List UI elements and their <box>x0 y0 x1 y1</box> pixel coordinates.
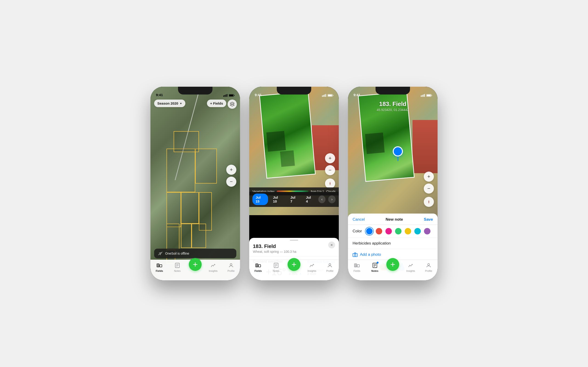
svg-rect-38 <box>258 265 261 267</box>
tab-bar-2: Fields Notes <box>249 260 339 280</box>
tab-add-3[interactable] <box>384 262 402 272</box>
svg-point-59 <box>354 254 356 256</box>
nav-compass-3[interactable] <box>424 197 434 207</box>
tab-insights-label-3: Insights <box>406 269 415 272</box>
zoom-out-button-3[interactable]: − <box>424 184 434 194</box>
date-chip-3[interactable]: Jul 4 <box>303 194 317 205</box>
color-dot-green[interactable] <box>395 228 401 234</box>
tab-add-2[interactable] <box>285 262 303 272</box>
time-1: 9:41 <box>156 93 163 97</box>
notes-icon-2 <box>273 262 279 269</box>
status-icons-1 <box>223 94 234 97</box>
color-dot-purple[interactable] <box>424 228 431 234</box>
tab-fields-2[interactable]: Fields <box>249 262 267 272</box>
zoom-out-button-2[interactable]: − <box>325 165 335 175</box>
svg-rect-10 <box>160 265 162 267</box>
tab-notes-2[interactable]: Notes <box>267 262 285 272</box>
plus-icon-2 <box>292 262 296 267</box>
scene: 9:41 <box>141 77 447 290</box>
field-title-overlay: 183. Field 45.923420, 01.234442 <box>348 100 438 112</box>
tab-profile-3[interactable]: Profile <box>420 262 438 272</box>
color-dot-blue[interactable] <box>366 228 372 234</box>
field-title-main: 183. Field <box>348 100 438 108</box>
add-fields-label: + Fields <box>210 101 223 105</box>
compass-icon-2 <box>328 181 332 186</box>
layers-button[interactable] <box>228 100 237 109</box>
tab-profile-label-3: Profile <box>425 269 432 272</box>
color-label: Color <box>353 229 362 234</box>
svg-rect-49 <box>421 95 422 97</box>
signal-icon-2 <box>322 94 326 97</box>
note-save-button[interactable]: Save <box>424 217 433 222</box>
phone-2: 9:41 <box>249 87 339 280</box>
tab-notes-1[interactable]: Notes <box>168 262 186 272</box>
zoom-in-icon-3: + <box>427 174 431 180</box>
date-chip-0[interactable]: Jul 15 <box>252 194 268 205</box>
zoom-out-button-1[interactable]: − <box>226 177 236 187</box>
svg-point-48 <box>329 264 331 265</box>
battery-icon-3 <box>426 94 432 97</box>
offline-banner: OneSoil is offline <box>154 249 236 258</box>
color-dot-red[interactable] <box>376 228 382 234</box>
notch-2 <box>277 87 311 94</box>
add-button-2[interactable] <box>288 258 300 271</box>
season-dropdown[interactable]: Season 2020 ▼ <box>154 100 185 107</box>
zoom-out-icon-3: − <box>427 186 431 192</box>
tab-notes-3[interactable]: Notes <box>366 262 384 272</box>
field-close-button-2[interactable]: ✕ <box>328 242 335 248</box>
add-photo-button[interactable]: Add a photo <box>360 252 381 257</box>
color-dot-cyan[interactable] <box>414 228 421 234</box>
tab-fields-label-1: Fields <box>156 269 163 272</box>
tab-fields-3[interactable]: Fields <box>348 262 366 272</box>
zoom-in-button-3[interactable]: + <box>424 172 434 182</box>
tab-insights-3[interactable]: Insights <box>402 262 420 272</box>
color-row: Color <box>348 225 438 238</box>
nav-compass-2[interactable] <box>325 178 335 189</box>
svg-rect-55 <box>427 95 431 96</box>
profile-icon-2 <box>327 262 333 269</box>
add-button-3[interactable] <box>386 258 399 271</box>
notch-1 <box>178 87 212 94</box>
zoom-out-icon-2: − <box>329 167 332 173</box>
date-prev-button[interactable]: ‹ <box>318 195 326 203</box>
tab-notes-label-3: Notes <box>372 269 379 272</box>
add-fields-button[interactable]: + Fields <box>207 100 226 107</box>
svg-marker-29 <box>330 182 330 185</box>
svg-rect-58 <box>353 253 357 257</box>
status-icons-2 <box>322 94 333 97</box>
zoom-in-button-2[interactable]: + <box>325 153 335 163</box>
note-text-area: Herbicides application <box>348 238 438 249</box>
svg-rect-5 <box>234 95 234 96</box>
tab-add-1[interactable] <box>186 262 204 272</box>
svg-rect-23 <box>324 94 325 97</box>
date-selector: Jul 15 Jul 10 Jul 7 Jul 4 ‹ › <box>249 192 339 207</box>
svg-rect-52 <box>424 94 425 97</box>
tab-profile-2[interactable]: Profile <box>321 262 339 272</box>
notes-icon-1 <box>174 262 181 269</box>
zoom-in-icon-1: + <box>230 167 233 173</box>
field-name-2: 183. Field <box>253 243 335 249</box>
add-button-1[interactable] <box>189 258 202 271</box>
date-next-button[interactable]: › <box>328 195 336 203</box>
profile-icon-1 <box>228 262 234 269</box>
profile-icon-3 <box>425 262 432 269</box>
date-chip-2[interactable]: Jul 7 <box>287 194 301 205</box>
notch-3 <box>376 87 410 94</box>
tab-insights-1[interactable]: Insights <box>204 262 222 272</box>
zoom-in-button-1[interactable]: + <box>226 165 236 175</box>
svg-marker-57 <box>428 200 429 204</box>
field-coords: 45.923420, 01.234442 <box>348 108 438 112</box>
tab-insights-2[interactable]: Insights <box>303 262 321 272</box>
svg-rect-2 <box>225 94 226 97</box>
tab-profile-1[interactable]: Profile <box>222 262 240 272</box>
tab-fields-1[interactable]: Fields <box>150 262 168 272</box>
color-dot-yellow[interactable] <box>405 228 411 234</box>
date-chip-1[interactable]: Jul 10 <box>270 194 285 205</box>
note-cancel-button[interactable]: Cancel <box>353 217 365 222</box>
tab-fields-label-2: Fields <box>254 269 262 272</box>
zoom-out-icon-1: − <box>230 179 233 185</box>
insights-icon-3 <box>407 262 414 269</box>
svg-rect-3 <box>227 94 227 97</box>
color-dot-pink[interactable] <box>385 228 392 234</box>
plus-icon-3 <box>390 262 395 267</box>
